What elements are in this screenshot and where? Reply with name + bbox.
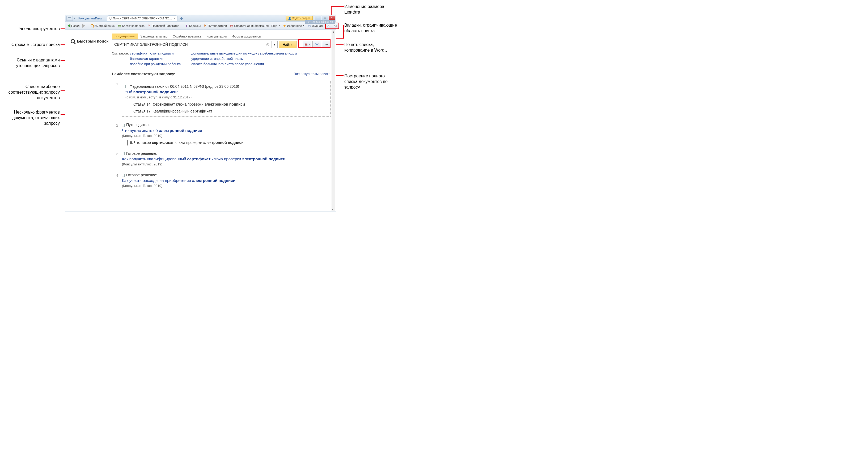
result-title-link[interactable]: Как учесть расходы на приобретение элект… [122, 178, 331, 183]
result-item: 3 Готовое решение: Как получить квалифиц… [112, 148, 331, 170]
minimize-icon[interactable]: — [315, 16, 321, 20]
result-fragment[interactable]: Статья 14. Сертификат ключа проверки эле… [131, 101, 327, 107]
navigator-nav[interactable]: ✈ Правовой навигатор [147, 24, 179, 28]
ask-question-label: Задать вопрос [292, 17, 310, 20]
document-icon [122, 124, 125, 127]
app-window: ▼ КонсультантПлюс Поиск СЕРТИФИКАТ ЭЛЕКТ… [65, 14, 336, 211]
result-title-link[interactable]: "Об электронной подписи" [125, 89, 327, 95]
annot-fragments: Несколько фрагментов документа, отвечающ… [0, 110, 60, 126]
app-home-tab[interactable]: КонсультантПлюс [76, 16, 105, 21]
scope-law-tab[interactable]: Законодательство [138, 33, 170, 39]
result-number: 2 [112, 122, 118, 145]
more-actions-button[interactable]: ⋯ [322, 41, 331, 48]
font-decrease-button[interactable]: A- [326, 23, 332, 28]
new-tab-icon[interactable]: ✚ [180, 16, 183, 21]
result-title-link[interactable]: Что нужно знать об электронной подписи [122, 128, 331, 134]
scroll-up-icon[interactable]: ▴ [332, 30, 335, 33]
result-meta: (КонсультантПлюс, 2019) [122, 162, 331, 167]
more-nav[interactable]: Еще ▼ [271, 24, 280, 27]
annot-actions: Печать списка, копирование в Word… [344, 42, 398, 53]
favorites-nav[interactable]: ★ Избранное ▼ [283, 24, 305, 28]
close-tab-icon[interactable]: × [174, 17, 175, 20]
info-icon: ▤ [229, 24, 233, 28]
printer-icon: 🖶 [304, 42, 308, 47]
scope-tabs: Все документы Законодательство Судебная … [112, 33, 331, 40]
scope-all-tab[interactable]: Все документы [112, 33, 138, 39]
document-icon [122, 152, 125, 155]
scroll-down-icon[interactable]: ▾ [332, 207, 333, 211]
annot-quick-search: Строка Быстрого поиска [0, 42, 60, 48]
refine-link[interactable]: оплата больничного листа после увольнени… [191, 62, 297, 66]
result-meta: (КонсультантПлюс, 2019) [122, 183, 331, 188]
annot-toolbar: Панель инструментов [0, 26, 60, 32]
refine-link[interactable]: удержание из заработной платы [191, 57, 297, 61]
document-icon [125, 85, 128, 88]
result-number: 1 [112, 81, 118, 117]
book-icon: ▮ [185, 24, 188, 28]
hamburger-menu-icon[interactable] [66, 16, 73, 21]
refine-link[interactable]: банковская гарантия [130, 57, 181, 61]
codex-nav[interactable]: ▮ Кодексы [185, 24, 200, 28]
all-results-link[interactable]: Все результаты поиска [294, 72, 331, 76]
result-item: 2 Путеводитель. Что нужно знать об элект… [112, 119, 331, 148]
scope-forms-tab[interactable]: Формы документов [229, 33, 264, 39]
quick-search-nav[interactable]: Быстрый поиск [91, 24, 115, 27]
search-input[interactable]: СЕРТИФИКАТ ЭЛЕКТРОННОЙ ПОДПИСИ ⊗ [112, 41, 272, 48]
refine-link[interactable]: пособие при рождении ребенка [130, 62, 181, 66]
search-history-dropdown[interactable]: ▼ [272, 41, 278, 48]
results-list: 1 Федеральный закон от 06.04.2011 N 63-Ф… [112, 78, 331, 191]
list-action-buttons: 🖶▼ W ⋯ [303, 41, 331, 48]
result-meta: (с изм. и доп., вступ. в силу с 31.12.20… [125, 95, 327, 100]
toolbar: Назад Быстрый поиск ▦ Карточка поиска ✈ … [65, 22, 336, 30]
result-number: 3 [112, 151, 118, 167]
refine-link[interactable]: сертификат ключа подписи [130, 51, 181, 55]
result-context: Федеральный закон от 06.04.2011 N 63-ФЗ … [130, 84, 239, 89]
annot-top-list: Список наиболее соответствующих запросу … [0, 84, 60, 100]
guides-nav[interactable]: ⚑ Путеводители [203, 24, 227, 28]
scope-court-tab[interactable]: Судебная практика [170, 33, 204, 39]
search-tab[interactable]: Поиск СЕРТИФИКАТ ЭЛЕКТРОННОЙ ПО… × [107, 16, 178, 21]
back-arrow-icon [67, 24, 70, 28]
result-item: 4 Готовое решение: Как учесть расходы на… [112, 170, 331, 191]
back-button[interactable]: Назад [67, 24, 80, 28]
annot-font-size: Изменение размера шрифта [344, 4, 398, 15]
star-icon: ★ [283, 24, 286, 28]
window-close-icon[interactable]: × [329, 16, 335, 20]
result-title-link[interactable]: Как получить квалифицированный сертифика… [122, 156, 331, 162]
quick-search-heading: Быстрый поиск [71, 39, 112, 43]
print-button[interactable]: 🖶▼ [303, 41, 311, 48]
compass-icon: ✈ [147, 24, 151, 28]
maximize-icon[interactable]: ▭ [322, 16, 328, 20]
annot-refine-links: Ссылки с вариантами уточняющих запросов [0, 57, 60, 68]
search-icon [91, 24, 94, 27]
font-increase-button[interactable]: A+ [332, 23, 339, 28]
service-center-link[interactable]: ⚙ Сервисный Центр [305, 20, 335, 24]
scrollbar[interactable]: ▴ ▾ [332, 30, 335, 211]
result-meta: (КонсультантПлюс, 2019) [122, 134, 331, 139]
ask-question-button[interactable]: 👤 Задать вопрос [286, 16, 313, 21]
word-export-button[interactable]: W [312, 41, 321, 48]
result-fragment[interactable]: 6. Что такое сертификат ключа проверки э… [127, 140, 331, 145]
find-button[interactable]: Найти [279, 41, 297, 48]
see-also-row: См. также: сертификат ключа подписи банк… [112, 51, 331, 66]
reference-nav[interactable]: ▤ Справочная информация [229, 24, 269, 28]
flag-icon: ⚑ [203, 24, 207, 28]
refine-link[interactable]: дополнительные выходные дни по уходу за … [191, 51, 297, 55]
clear-input-icon[interactable]: ⊗ [266, 42, 270, 47]
card-icon: ▦ [118, 24, 121, 28]
search-card-nav[interactable]: ▦ Карточка поиска [118, 24, 145, 28]
search-heading-icon [71, 39, 75, 43]
result-item: 1 Федеральный закон от 06.04.2011 N 63-Ф… [112, 78, 331, 119]
document-icon [122, 174, 125, 177]
titlebar: ▼ КонсультантПлюс Поиск СЕРТИФИКАТ ЭЛЕКТ… [65, 15, 336, 22]
search-tab-icon [109, 17, 112, 20]
search-input-value: СЕРТИФИКАТ ЭЛЕКТРОННОЙ ПОДПИСИ [114, 42, 188, 47]
scope-consult-tab[interactable]: Консультации [204, 33, 230, 39]
journal-nav[interactable]: ◷ Журнал [307, 24, 322, 28]
clock-icon: ◷ [307, 24, 311, 28]
see-also-label: См. также: [112, 51, 130, 66]
forward-arrow-icon[interactable] [82, 24, 85, 28]
results-heading: Наиболее соответствуют запросу: [112, 72, 175, 76]
result-fragment[interactable]: Статья 17. Квалифицированный сертификат [131, 109, 327, 114]
result-context: Путеводитель. [126, 123, 151, 127]
